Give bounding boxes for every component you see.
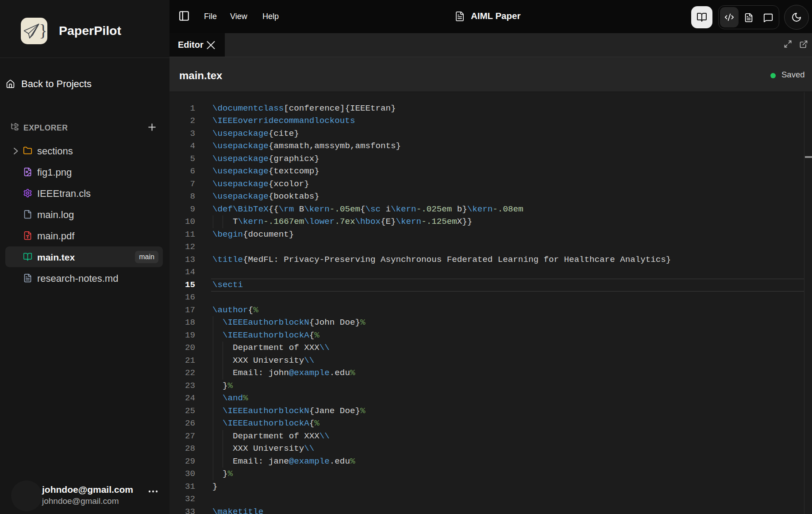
svg-text:}: } — [39, 21, 47, 40]
